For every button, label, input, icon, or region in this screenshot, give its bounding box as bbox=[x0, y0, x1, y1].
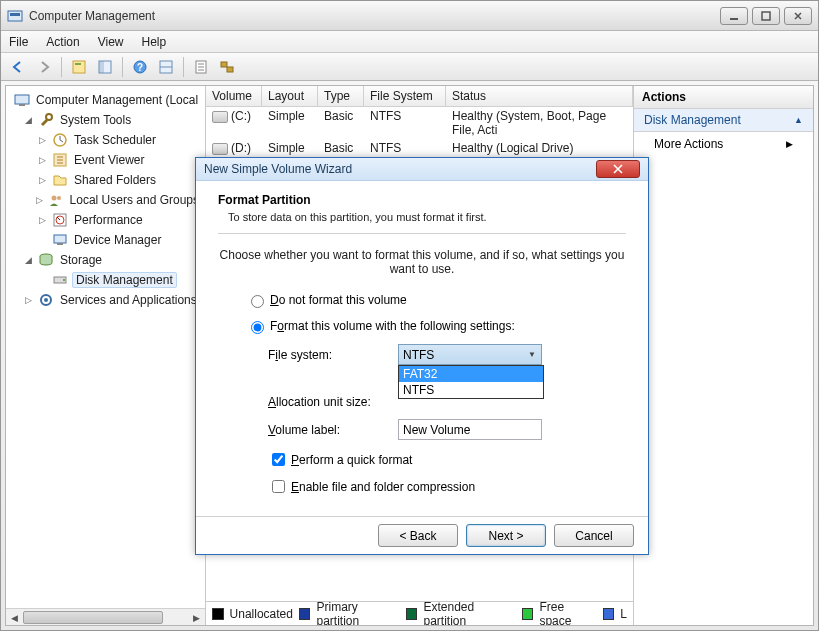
checkbox-input[interactable] bbox=[272, 480, 285, 493]
collapse-icon: ▲ bbox=[794, 115, 803, 125]
dialog-titlebar[interactable]: New Simple Volume Wizard bbox=[196, 158, 648, 181]
table-row[interactable]: (D:) Simple Basic NTFS Healthy (Logical … bbox=[206, 139, 633, 157]
drive-icon bbox=[212, 111, 228, 123]
header-layout[interactable]: Layout bbox=[262, 86, 318, 106]
menu-help[interactable]: Help bbox=[142, 35, 167, 49]
tree-event-viewer[interactable]: ▷ Event Viewer bbox=[8, 150, 203, 170]
caret-right-icon[interactable]: ▷ bbox=[36, 174, 48, 186]
properties-icon[interactable] bbox=[68, 56, 90, 78]
svg-rect-14 bbox=[227, 67, 233, 72]
svg-rect-4 bbox=[73, 61, 85, 73]
dropdown-option[interactable]: NTFS bbox=[399, 382, 543, 398]
new-simple-volume-wizard-dialog: New Simple Volume Wizard Format Partitio… bbox=[195, 157, 649, 555]
caret-right-icon[interactable]: ▷ bbox=[36, 154, 48, 166]
scroll-right-icon[interactable]: ▶ bbox=[188, 609, 205, 625]
tree-task-scheduler[interactable]: ▷ Task Scheduler bbox=[8, 130, 203, 150]
dialog-heading: Format Partition bbox=[218, 193, 626, 207]
actions-pane: Actions Disk Management ▲ More Actions ▶ bbox=[633, 86, 813, 625]
tree-storage[interactable]: ◢ Storage bbox=[8, 250, 203, 270]
tree-device-manager[interactable]: Device Manager bbox=[8, 230, 203, 250]
tree-performance[interactable]: ▷ Performance bbox=[8, 210, 203, 230]
svg-rect-2 bbox=[730, 18, 738, 20]
forward-button[interactable] bbox=[33, 56, 55, 78]
caret-down-icon[interactable]: ◢ bbox=[22, 254, 34, 266]
menu-file[interactable]: File bbox=[9, 35, 28, 49]
caret-right-icon[interactable]: ▷ bbox=[36, 194, 44, 206]
header-volume[interactable]: Volume bbox=[206, 86, 262, 106]
checkbox-compression[interactable]: Enable file and folder compression bbox=[268, 477, 626, 496]
actions-more[interactable]: More Actions ▶ bbox=[634, 132, 813, 156]
caret-right-icon[interactable]: ▷ bbox=[22, 294, 34, 306]
tree-local-users[interactable]: ▷ Local Users and Groups bbox=[8, 190, 203, 210]
svg-point-21 bbox=[57, 196, 61, 200]
dialog-prompt: Choose whether you want to format this v… bbox=[218, 248, 626, 276]
minimize-button[interactable] bbox=[720, 7, 748, 25]
svg-rect-25 bbox=[57, 243, 63, 245]
swatch-logical bbox=[603, 608, 615, 620]
caret-down-icon[interactable]: ◢ bbox=[22, 114, 34, 126]
label-volume-label: Volume label: bbox=[268, 423, 398, 437]
svg-rect-13 bbox=[221, 62, 227, 67]
scroll-thumb[interactable] bbox=[23, 611, 163, 624]
row-volume-label: Volume label: bbox=[268, 419, 626, 440]
combo-file-system[interactable]: NTFS ▼ FAT32 NTFS bbox=[398, 344, 542, 365]
svg-point-28 bbox=[63, 279, 65, 281]
console-tree: Computer Management (Local ◢ System Tool… bbox=[6, 86, 206, 625]
radio-input[interactable] bbox=[251, 321, 264, 334]
svg-rect-1 bbox=[10, 13, 20, 16]
back-button[interactable]: < Back bbox=[378, 524, 458, 547]
menubar: File Action View Help bbox=[1, 31, 818, 53]
cancel-button[interactable]: Cancel bbox=[554, 524, 634, 547]
storage-icon bbox=[38, 252, 54, 268]
overview-icon[interactable] bbox=[155, 56, 177, 78]
menu-view[interactable]: View bbox=[98, 35, 124, 49]
table-row[interactable]: (C:) Simple Basic NTFS Healthy (System, … bbox=[206, 107, 633, 139]
radio-format-with-settings[interactable]: Format this volume with the following se… bbox=[246, 318, 626, 334]
dropdown-file-system: FAT32 NTFS bbox=[398, 365, 544, 399]
checkbox-label: Perform a quick format bbox=[291, 453, 412, 467]
scroll-left-icon[interactable]: ◀ bbox=[6, 609, 23, 625]
svg-point-20 bbox=[51, 196, 56, 201]
tree-shared-folders[interactable]: ▷ Shared Folders bbox=[8, 170, 203, 190]
tree-services[interactable]: ▷ Services and Applications bbox=[8, 290, 203, 310]
toolbar: ? bbox=[1, 53, 818, 81]
refresh-icon[interactable] bbox=[190, 56, 212, 78]
dialog-close-button[interactable] bbox=[596, 160, 640, 178]
menu-action[interactable]: Action bbox=[46, 35, 79, 49]
svg-rect-15 bbox=[15, 95, 29, 104]
input-volume-label[interactable] bbox=[398, 419, 542, 440]
svg-point-17 bbox=[46, 114, 52, 120]
maximize-button[interactable] bbox=[752, 7, 780, 25]
next-button[interactable]: Next > bbox=[466, 524, 546, 547]
radio-do-not-format[interactable]: Do not format this volume bbox=[246, 292, 626, 308]
close-button[interactable] bbox=[784, 7, 812, 25]
dropdown-option[interactable]: FAT32 bbox=[399, 366, 543, 382]
disk-icon bbox=[52, 272, 68, 288]
table-header: Volume Layout Type File System Status bbox=[206, 86, 633, 107]
checkbox-input[interactable] bbox=[272, 453, 285, 466]
back-button[interactable] bbox=[7, 56, 29, 78]
row-file-system: File system: NTFS ▼ FAT32 NTFS bbox=[268, 344, 626, 365]
svg-rect-24 bbox=[54, 235, 66, 243]
svg-point-30 bbox=[44, 298, 48, 302]
settings-icon[interactable] bbox=[216, 56, 238, 78]
console-tree-icon[interactable] bbox=[94, 56, 116, 78]
svg-rect-7 bbox=[99, 61, 104, 73]
event-icon bbox=[52, 152, 68, 168]
tree-root[interactable]: Computer Management (Local bbox=[8, 90, 203, 110]
submenu-icon: ▶ bbox=[786, 139, 793, 149]
users-icon bbox=[48, 192, 64, 208]
caret-right-icon[interactable]: ▷ bbox=[36, 134, 48, 146]
radio-input[interactable] bbox=[251, 295, 264, 308]
tree-scrollbar[interactable]: ◀ ▶ bbox=[6, 608, 205, 625]
header-type[interactable]: Type bbox=[318, 86, 364, 106]
tree-disk-management[interactable]: Disk Management bbox=[8, 270, 203, 290]
tree-system-tools[interactable]: ◢ System Tools bbox=[8, 110, 203, 130]
header-status[interactable]: Status bbox=[446, 86, 633, 106]
header-filesystem[interactable]: File System bbox=[364, 86, 446, 106]
caret-right-icon[interactable]: ▷ bbox=[36, 214, 48, 226]
actions-context[interactable]: Disk Management ▲ bbox=[634, 109, 813, 132]
svg-rect-5 bbox=[75, 63, 81, 65]
help-icon[interactable]: ? bbox=[129, 56, 151, 78]
checkbox-quick-format[interactable]: Perform a quick format bbox=[268, 450, 626, 469]
